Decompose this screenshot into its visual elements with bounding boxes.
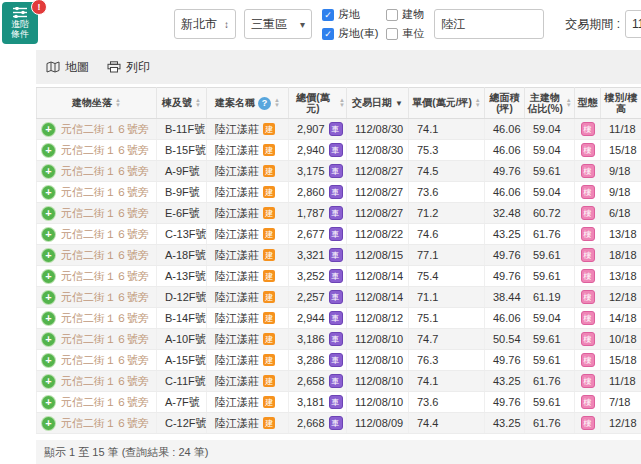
keyword-input[interactable]	[434, 9, 544, 39]
column-header-1[interactable]: 建物坐落▲▼	[37, 88, 157, 119]
address-link[interactable]: 元信二街１６號旁	[61, 227, 149, 242]
expand-row-button[interactable]: +	[42, 186, 55, 199]
parking-included-badge[interactable]: 車	[329, 311, 343, 325]
address-link[interactable]: 元信二街１６號旁	[61, 248, 149, 263]
results-table: 建物坐落▲▼棟及號▲▼建案名稱?▲▼總價(萬元)▲▼交易日期▼單價(萬元/坪)▲…	[36, 87, 641, 434]
parking-included-badge[interactable]: 車	[329, 395, 343, 409]
address-link[interactable]: 元信二街１６號旁	[61, 374, 149, 389]
project-name: 陸江漾莊	[215, 248, 259, 263]
project-info-badge[interactable]: 建	[263, 417, 275, 429]
column-header-3[interactable]: 建案名稱?▲▼	[207, 88, 289, 119]
expand-row-button[interactable]: +	[42, 270, 55, 283]
building-type-badge[interactable]: 樓	[581, 206, 595, 220]
project-info-badge[interactable]: 建	[263, 123, 275, 135]
address-link[interactable]: 元信二街１６號旁	[61, 395, 149, 410]
checkbox-checked[interactable]: ✓房地	[322, 7, 378, 22]
building-type-badge[interactable]: 樓	[581, 248, 595, 262]
column-header-2[interactable]: 棟及號▲▼	[157, 88, 207, 119]
print-button[interactable]: 列印	[107, 59, 150, 76]
expand-row-button[interactable]: +	[42, 207, 55, 220]
building-type-badge[interactable]: 樓	[581, 227, 595, 241]
column-header-4[interactable]: 總價(萬元)▲▼	[289, 88, 347, 119]
project-info-badge[interactable]: 建	[263, 228, 275, 240]
expand-row-button[interactable]: +	[42, 228, 55, 241]
expand-row-button[interactable]: +	[42, 396, 55, 409]
building-type-badge[interactable]: 樓	[581, 185, 595, 199]
address-link[interactable]: 元信二街１６號旁	[61, 332, 149, 347]
checkbox-checked[interactable]: ✓房地(車)	[322, 26, 378, 41]
building-type-badge[interactable]: 樓	[581, 374, 595, 388]
parking-included-badge[interactable]: 車	[329, 164, 343, 178]
expand-row-button[interactable]: +	[42, 249, 55, 262]
building-type-badge[interactable]: 樓	[581, 416, 595, 430]
project-info-badge[interactable]: 建	[263, 354, 275, 366]
parking-included-badge[interactable]: 車	[329, 185, 343, 199]
building-type-badge[interactable]: 樓	[581, 290, 595, 304]
ratio-cell: 61.76	[525, 224, 575, 245]
start-year-select[interactable]: 111 ▾	[625, 10, 641, 38]
expand-row-button[interactable]: +	[42, 123, 55, 136]
expand-row-button[interactable]: +	[42, 165, 55, 178]
building-type-badge[interactable]: 樓	[581, 311, 595, 325]
checkbox-unchecked[interactable]: 車位	[386, 26, 424, 41]
parking-included-badge[interactable]: 車	[329, 416, 343, 430]
help-icon[interactable]: ?	[258, 97, 271, 110]
expand-row-button[interactable]: +	[42, 417, 55, 430]
expand-row-button[interactable]: +	[42, 312, 55, 325]
address-link[interactable]: 元信二街１６號旁	[61, 290, 149, 305]
project-name: 陸江漾莊	[215, 143, 259, 158]
expand-row-button[interactable]: +	[42, 375, 55, 388]
parking-included-badge[interactable]: 車	[329, 269, 343, 283]
city-select[interactable]: 新北市 ↕	[174, 9, 236, 39]
building-type-badge[interactable]: 樓	[581, 164, 595, 178]
address-link[interactable]: 元信二街１６號旁	[61, 416, 149, 431]
project-name: 陸江漾莊	[215, 185, 259, 200]
building-type-badge[interactable]: 樓	[581, 332, 595, 346]
address-link[interactable]: 元信二街１６號旁	[61, 353, 149, 368]
address-link[interactable]: 元信二街１６號旁	[61, 164, 149, 179]
address-link[interactable]: 元信二街１６號旁	[61, 206, 149, 221]
project-info-badge[interactable]: 建	[263, 396, 275, 408]
building-type-badge[interactable]: 樓	[581, 353, 595, 367]
address-link[interactable]: 元信二街１６號旁	[61, 185, 149, 200]
column-header-5[interactable]: 交易日期▼	[347, 88, 409, 119]
project-info-badge[interactable]: 建	[263, 207, 275, 219]
checkbox-unchecked[interactable]: 建物	[386, 7, 424, 22]
address-link[interactable]: 元信二街１６號旁	[61, 143, 149, 158]
project-info-badge[interactable]: 建	[263, 144, 275, 156]
project-info-badge[interactable]: 建	[263, 333, 275, 345]
building-type-badge[interactable]: 樓	[581, 269, 595, 283]
address-link[interactable]: 元信二街１６號旁	[61, 122, 149, 137]
parking-included-badge[interactable]: 車	[329, 206, 343, 220]
parking-included-badge[interactable]: 車	[329, 353, 343, 367]
address-link[interactable]: 元信二街１６號旁	[61, 311, 149, 326]
column-header-6[interactable]: 單價(萬元/坪)▲▼	[409, 88, 485, 119]
expand-row-button[interactable]: +	[42, 333, 55, 346]
advanced-filter-button[interactable]: ! 進階 條件	[2, 2, 38, 44]
parking-included-badge[interactable]: 車	[329, 143, 343, 157]
parking-included-badge[interactable]: 車	[329, 122, 343, 136]
project-cell: 陸江漾莊建	[207, 287, 289, 308]
column-header-8[interactable]: 主建物佔比(%)▲▼	[525, 88, 575, 119]
map-view-button[interactable]: 地圖	[46, 59, 89, 76]
parking-included-badge[interactable]: 車	[329, 332, 343, 346]
project-info-badge[interactable]: 建	[263, 186, 275, 198]
building-type-badge[interactable]: 樓	[581, 395, 595, 409]
expand-row-button[interactable]: +	[42, 291, 55, 304]
expand-row-button[interactable]: +	[42, 354, 55, 367]
project-info-badge[interactable]: 建	[263, 165, 275, 177]
project-info-badge[interactable]: 建	[263, 312, 275, 324]
address-link[interactable]: 元信二街１６號旁	[61, 269, 149, 284]
project-info-badge[interactable]: 建	[263, 270, 275, 282]
building-type-badge[interactable]: 樓	[581, 122, 595, 136]
parking-included-badge[interactable]: 車	[329, 227, 343, 241]
expand-row-button[interactable]: +	[42, 144, 55, 157]
parking-included-badge[interactable]: 車	[329, 290, 343, 304]
parking-included-badge[interactable]: 車	[329, 374, 343, 388]
parking-included-badge[interactable]: 車	[329, 248, 343, 262]
building-type-badge[interactable]: 樓	[581, 143, 595, 157]
project-info-badge[interactable]: 建	[263, 249, 275, 261]
project-info-badge[interactable]: 建	[263, 291, 275, 303]
project-info-badge[interactable]: 建	[263, 375, 275, 387]
district-select[interactable]: 三重區 ▾	[244, 9, 312, 39]
